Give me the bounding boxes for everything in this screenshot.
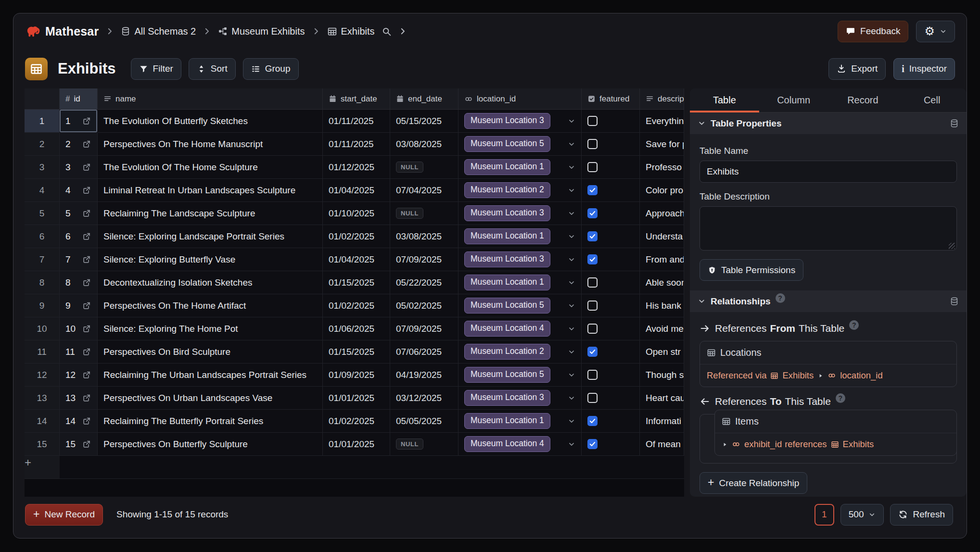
open-record-button[interactable]	[82, 393, 91, 402]
featured-checkbox[interactable]	[587, 116, 598, 126]
cell-featured[interactable]	[582, 410, 640, 433]
open-record-button[interactable]	[82, 232, 91, 241]
location-record-pill[interactable]: Museum Location 1	[464, 228, 550, 244]
row-number[interactable]: 1	[25, 110, 60, 133]
cell-featured[interactable]	[582, 294, 640, 317]
featured-checkbox[interactable]	[587, 393, 598, 403]
cell-start-date[interactable]: 01/12/2025	[323, 156, 390, 179]
cell-end-date[interactable]: 03/08/2025	[390, 225, 458, 248]
chevron-down-icon[interactable]	[568, 348, 575, 356]
section-table-properties[interactable]: Table Properties	[690, 113, 967, 134]
cell-featured[interactable]	[582, 387, 640, 410]
open-record-button[interactable]	[82, 370, 91, 379]
reference-table-header[interactable]: Locations	[700, 341, 956, 364]
row-number[interactable]: 15	[25, 433, 60, 456]
table-description-input[interactable]	[700, 206, 957, 251]
row-number[interactable]: 11	[25, 340, 60, 364]
location-record-pill[interactable]: Museum Location 5	[464, 367, 550, 383]
cell-featured[interactable]	[582, 202, 640, 225]
brand[interactable]: Mathesar	[25, 24, 99, 39]
cell-name[interactable]: Silence: Exploring Butterfly Vase	[98, 248, 323, 271]
cell-name[interactable]: Perspectives On Bird Sculpture	[98, 340, 323, 364]
row-number[interactable]: 8	[25, 271, 60, 294]
cell-start-date[interactable]: 01/02/2025	[323, 225, 390, 248]
filter-button[interactable]: Filter	[131, 58, 181, 80]
cell-start-date[interactable]: 01/02/2025	[323, 294, 390, 317]
cell-location-id[interactable]: Museum Location 3	[458, 248, 582, 271]
cell-description[interactable]: Professo	[640, 156, 684, 179]
featured-checkbox[interactable]	[587, 254, 598, 264]
cell-description[interactable]: Save for p	[640, 133, 684, 156]
cell-featured[interactable]	[582, 364, 640, 387]
row-number[interactable]: 3	[25, 156, 60, 179]
open-record-button[interactable]	[82, 186, 91, 195]
cell-name[interactable]: Silence: Exploring The Home Pot	[98, 317, 323, 340]
breadcrumb-database[interactable]: All Schemas 2	[121, 26, 196, 37]
tab-cell[interactable]: Cell	[897, 88, 967, 112]
cell-start-date[interactable]: 01/04/2025	[323, 248, 390, 271]
cell-start-date[interactable]: 01/15/2025	[323, 340, 390, 364]
featured-checkbox[interactable]	[587, 162, 598, 172]
featured-checkbox[interactable]	[587, 416, 598, 426]
open-record-button[interactable]	[82, 209, 91, 218]
chevron-down-icon[interactable]	[568, 233, 575, 240]
location-record-pill[interactable]: Museum Location 3	[464, 205, 550, 221]
cell-start-date[interactable]: 01/11/2025	[323, 133, 390, 156]
cell-description[interactable]: His bank	[640, 294, 684, 317]
sort-button[interactable]: Sort	[189, 58, 236, 80]
reference-table-header[interactable]: Items	[715, 410, 956, 433]
featured-checkbox[interactable]	[587, 301, 598, 311]
cell-location-id[interactable]: Museum Location 1	[458, 410, 582, 433]
featured-checkbox[interactable]	[587, 347, 598, 357]
location-record-pill[interactable]: Museum Location 3	[464, 390, 550, 406]
featured-checkbox[interactable]	[587, 208, 598, 218]
resize-grip-icon[interactable]	[949, 243, 955, 249]
cell-location-id[interactable]: Museum Location 5	[458, 364, 582, 387]
column-header-id[interactable]: #id	[60, 88, 98, 110]
cell-location-id[interactable]: Museum Location 3	[458, 387, 582, 410]
cell-name[interactable]: Reclaiming The Butterfly Portrait Series	[98, 410, 323, 433]
chevron-right-icon[interactable]	[398, 27, 407, 36]
open-record-button[interactable]	[82, 301, 91, 310]
chevron-down-icon[interactable]	[568, 325, 575, 333]
location-record-pill[interactable]: Museum Location 1	[464, 275, 550, 290]
cell-description[interactable]: Informati	[640, 410, 684, 433]
open-record-button[interactable]	[82, 439, 91, 449]
open-record-button[interactable]	[82, 347, 91, 356]
row-number[interactable]: 10	[25, 317, 60, 340]
location-record-pill[interactable]: Museum Location 1	[464, 159, 550, 175]
row-number[interactable]: 5	[25, 202, 60, 225]
cell-description[interactable]: Avoid me	[640, 317, 684, 340]
cell-start-date[interactable]: 01/01/2025	[323, 433, 390, 456]
chevron-down-icon[interactable]	[568, 163, 575, 171]
chevron-down-icon[interactable]	[568, 394, 575, 402]
create-relationship-button[interactable]: + Create Relationship	[700, 472, 807, 494]
row-number[interactable]: 9	[25, 294, 60, 317]
cell-location-id[interactable]: Museum Location 5	[458, 133, 582, 156]
chevron-down-icon[interactable]	[568, 210, 575, 217]
cell-location-id[interactable]: Museum Location 5	[458, 294, 582, 317]
cell-id[interactable]: 8	[60, 271, 98, 294]
inspector-button[interactable]: i Inspector	[893, 58, 955, 80]
cell-id[interactable]: 13	[60, 387, 98, 410]
location-record-pill[interactable]: Museum Location 1	[464, 413, 550, 429]
cell-name[interactable]: Perspectives On The Home Manuscript	[98, 133, 323, 156]
row-number[interactable]: 12	[25, 364, 60, 387]
cell-start-date[interactable]: 01/02/2025	[323, 410, 390, 433]
cell-id[interactable]: 9	[60, 294, 98, 317]
cell-id[interactable]: 11	[60, 340, 98, 364]
section-relationships[interactable]: Relationships ?	[690, 290, 967, 312]
location-record-pill[interactable]: Museum Location 5	[464, 298, 550, 314]
cell-id[interactable]: 2	[60, 133, 98, 156]
row-number[interactable]: 6	[25, 225, 60, 248]
cell-location-id[interactable]: Museum Location 1	[458, 156, 582, 179]
cell-featured[interactable]	[582, 248, 640, 271]
open-record-button[interactable]	[82, 139, 91, 149]
cell-id[interactable]: 7	[60, 248, 98, 271]
cell-end-date[interactable]: NULL	[390, 433, 458, 456]
cell-end-date[interactable]: NULL	[390, 202, 458, 225]
chevron-down-icon[interactable]	[568, 279, 575, 287]
tab-column[interactable]: Column	[759, 88, 828, 112]
chevron-down-icon[interactable]	[568, 371, 575, 379]
cell-start-date[interactable]: 01/04/2025	[323, 179, 390, 202]
